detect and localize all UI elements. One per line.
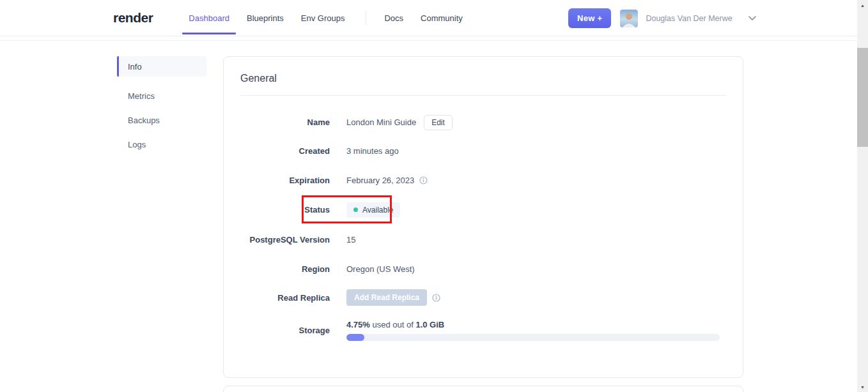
storage-progress-fill (346, 334, 364, 341)
sub-header-divider (0, 40, 857, 41)
card-title: General (240, 73, 726, 84)
add-read-replica-button[interactable]: Add Read Replica (346, 289, 427, 306)
nav-tab-env-groups[interactable]: Env Groups (297, 0, 349, 36)
field-row-status: Status Available (240, 195, 726, 225)
general-fields: Name London Mini Guide Edit Created 3 mi… (240, 108, 726, 348)
user-avatar[interactable] (620, 10, 638, 27)
postgresql-version-value: 15 (346, 235, 355, 245)
render-logo[interactable]: render (113, 10, 153, 26)
field-row-read-replica: Read Replica Add Read Replica (240, 283, 726, 312)
field-row-region: Region Oregon (US West) (240, 255, 726, 283)
created-label: Created (240, 146, 330, 156)
field-row-name: Name London Mini Guide Edit (240, 108, 726, 137)
postgresql-version-label: PostgreSQL Version (240, 235, 330, 245)
field-row-postgresql-version: PostgreSQL Version 15 (240, 225, 726, 255)
user-name: Douglas Van Der Merwe (646, 14, 732, 23)
top-nav-bar: render Dashboard Blueprints Env Groups D… (0, 0, 857, 36)
scroll-up-arrow-icon[interactable]: ▲ (857, 0, 868, 10)
nav-link-docs[interactable]: Docs (380, 0, 407, 36)
status-badge: Available (346, 202, 400, 218)
scroll-down-arrow-icon[interactable]: ▼ (857, 382, 868, 392)
nav-divider (366, 11, 366, 25)
region-label: Region (240, 264, 330, 274)
header-right-group: New + Douglas Van Der Merwe (568, 0, 756, 36)
chevron-down-icon[interactable] (748, 16, 756, 20)
sidebar-item-backups[interactable]: Backups (117, 113, 206, 127)
expiration-label: Expiration (240, 176, 330, 185)
name-value-group: London Mini Guide Edit (346, 115, 453, 130)
avatar-photo (620, 10, 638, 27)
sidebar-item-metrics[interactable]: Metrics (117, 89, 206, 103)
card-title-divider (240, 95, 726, 96)
expiration-value: February 26, 2023 (346, 176, 414, 185)
nav-tab-blueprints[interactable]: Blueprints (243, 0, 288, 36)
vertical-scrollbar[interactable]: ▲ ▼ (857, 0, 868, 392)
nav-tab-dashboard[interactable]: Dashboard (185, 0, 233, 36)
storage-usage-text: 4.75% used out of 1.0 GiB (346, 320, 720, 329)
nav-link-community[interactable]: Community (417, 0, 467, 36)
storage-label: Storage (240, 326, 330, 335)
primary-nav: Dashboard Blueprints Env Groups Docs Com… (185, 0, 476, 36)
edit-name-button[interactable]: Edit (424, 115, 453, 130)
field-row-expiration: Expiration February 26, 2023 (240, 165, 726, 195)
field-row-created: Created 3 minutes ago (240, 137, 726, 165)
storage-total: 1.0 GiB (415, 320, 444, 329)
status-badge-text: Available (362, 206, 393, 215)
general-card: General Name London Mini Guide Edit Crea… (223, 56, 743, 378)
created-value: 3 minutes ago (346, 146, 399, 156)
storage-used-percent: 4.75% (346, 320, 370, 329)
read-replica-label: Read Replica (240, 293, 330, 303)
read-replica-info-icon[interactable] (432, 294, 440, 302)
sidebar-item-logs[interactable]: Logs (117, 137, 206, 151)
region-value: Oregon (US West) (346, 264, 415, 274)
storage-progress-bar (346, 334, 720, 341)
scrollbar-thumb[interactable] (857, 48, 868, 147)
storage-value-group: 4.75% used out of 1.0 GiB (346, 320, 720, 341)
service-sidebar: Info Metrics Backups Logs (117, 56, 206, 162)
status-label: Status (240, 205, 330, 215)
status-dot-icon (353, 207, 358, 212)
expiration-info-icon[interactable] (419, 176, 428, 185)
next-card-top-edge (223, 386, 743, 392)
name-value: London Mini Guide (346, 117, 416, 127)
render-dashboard-screen: render Dashboard Blueprints Env Groups D… (0, 0, 868, 392)
name-label: Name (240, 117, 330, 127)
new-button[interactable]: New + (568, 8, 611, 28)
sidebar-item-info[interactable]: Info (117, 56, 206, 77)
field-row-storage: Storage 4.75% used out of 1.0 GiB (240, 312, 726, 348)
